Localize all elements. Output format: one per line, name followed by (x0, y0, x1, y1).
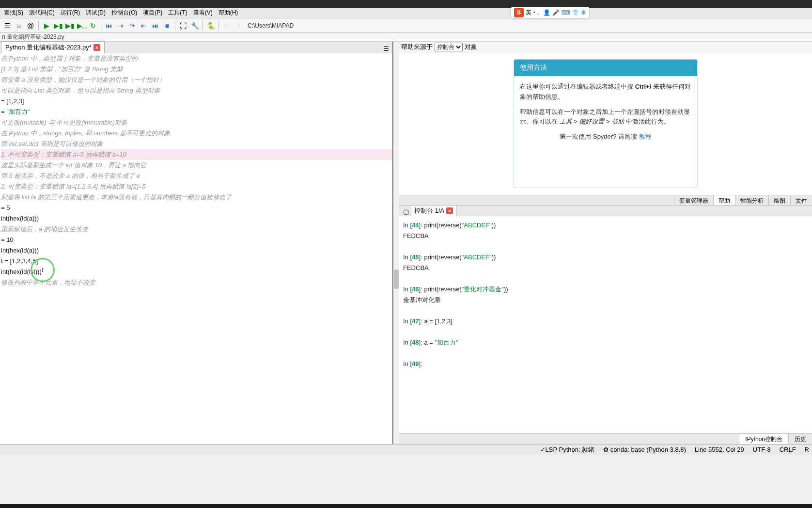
menu-bar: 查找(S) 源代码(C) 运行(R) 调试(D) 控制台(O) 项目(P) 工具… (0, 8, 812, 18)
debug-over-icon[interactable]: ↷ (127, 20, 138, 31)
debug-into-icon[interactable]: ⇥ (115, 20, 126, 31)
toolbar-at-icon[interactable]: @ (25, 20, 36, 31)
run-selection-icon[interactable]: ▶⎵ (76, 20, 87, 31)
editor-pane: Python 量化编程基础-2023.py* ✕ ☰ I 在 Python 中，… (0, 42, 392, 444)
help-text-2: 帮助信息可以在一个对象之后加上一个左圆括号的时候自动显示。你可以在 工具 > 偏… (520, 107, 691, 127)
menu-run[interactable]: 运行(R) (58, 8, 83, 18)
status-lsp: ✓LSP Python: 就绪 (540, 445, 595, 454)
tab-profiler[interactable]: 性能分析 (735, 195, 768, 205)
tab-help[interactable]: 帮助 (713, 195, 735, 205)
status-bar: ✓LSP Python: 就绪 ✿ conda: base (Python 3.… (0, 444, 812, 455)
status-rw: R (805, 446, 809, 453)
taskbar[interactable] (0, 504, 812, 508)
debug-step-icon[interactable]: ⏮ (104, 20, 114, 31)
python-icon[interactable]: 🐍 (205, 20, 216, 31)
right-pane: 帮助来源于 控制台 对象 使用方法 在这里你可以通过在编辑器或者终端中按 Ctr… (399, 42, 812, 444)
help-tutorial-link[interactable]: 第一次使用 Spyder? 请阅读 教程 (520, 132, 691, 142)
help-body: 使用方法 在这里你可以通过在编辑器或者终端中按 Ctrl+I 来获得任何对象的帮… (399, 52, 812, 195)
help-object-label: 对象 (465, 43, 477, 51)
help-source-select[interactable]: 控制台 (435, 43, 463, 51)
ime-tool-icon[interactable]: ⚙ (581, 9, 586, 16)
status-conda: ✿ conda: base (Python 3.8.8) (603, 446, 686, 453)
console-tab-label: 控制台 1/A (414, 206, 444, 215)
tab-history[interactable]: 历史 (788, 434, 812, 444)
debug-continue-icon[interactable]: ⏭ (150, 20, 161, 31)
status-line-col: Line 5552, Col 29 (695, 446, 744, 453)
help-card-title: 使用方法 (514, 60, 697, 76)
close-icon[interactable]: ✕ (94, 44, 100, 51)
menu-source[interactable]: 源代码(C) (26, 8, 58, 18)
tab-options-icon[interactable]: ☰ (380, 44, 392, 53)
ime-logo-icon: S (514, 8, 524, 17)
toolbar-file-icon[interactable]: ☰ (2, 20, 13, 31)
menu-project[interactable]: 项目(P) (140, 8, 165, 18)
title-bar (0, 0, 812, 8)
debug-out-icon[interactable]: ⇤ (139, 20, 149, 31)
status-encoding: UTF-8 (753, 446, 771, 453)
toolbar: ☰ ≣ @ ▶ ▶▮ ▶▮ ▶⎵ ↻ ⏮ ⇥ ↷ ⇤ ⏭ ■ ⛶ 🔧 🐍 ← →… (0, 18, 812, 33)
menu-console[interactable]: 控制台(O) (109, 8, 140, 18)
help-text-1: 在这里你可以通过在编辑器或者终端中按 Ctrl+I 来获得任何对象的帮助信息。 (520, 82, 691, 102)
debug-stop-icon[interactable]: ■ (162, 20, 172, 31)
help-header: 帮助来源于 控制台 对象 (399, 42, 812, 52)
console-tabbar: ▢ 控制台 1/A ✕ (399, 206, 812, 216)
rerun-icon[interactable]: ↻ (88, 20, 98, 31)
ipython-console[interactable]: In [44]: print(reverse("ABCDEF"))FEDCBA … (399, 216, 812, 433)
tab-ipython[interactable]: IPython控制台 (739, 434, 788, 444)
working-dir-path: C:\Users\MIAPAD (248, 22, 294, 29)
ime-person-icon[interactable]: 👤 (543, 9, 550, 16)
help-tabs: 变量管理器 帮助 性能分析 绘图 文件 (399, 195, 812, 206)
help-source-label: 帮助来源于 (401, 43, 433, 51)
editor-tabbar: Python 量化编程基础-2023.py* ✕ ☰ (0, 42, 392, 53)
back-icon[interactable]: ← (221, 20, 232, 31)
editor-tab[interactable]: Python 量化编程基础-2023.py* ✕ (1, 41, 105, 53)
console-tab[interactable]: 控制台 1/A ✕ (411, 205, 456, 216)
menu-view[interactable]: 查看(V) (190, 8, 216, 18)
ime-icon[interactable]: •， (533, 9, 541, 17)
menu-help[interactable]: 帮助(H) (216, 8, 241, 18)
code-editor[interactable]: I 在 Python 中，类型属于对象，变量是没有类型的[1,2,3] 是 Li… (0, 53, 392, 444)
scroll-thumb[interactable] (394, 270, 399, 289)
ime-keyboard-icon[interactable]: ⌨ (562, 9, 570, 16)
run-cell-icon[interactable]: ▶▮ (53, 20, 63, 31)
tab-files[interactable]: 文件 (790, 195, 812, 205)
ime-toolbar[interactable]: S 英 •， 👤 🎤 ⌨ 👕 ⚙ (511, 7, 589, 18)
cursor-highlight: I (31, 258, 55, 282)
menu-find[interactable]: 查找(S) (1, 8, 26, 18)
editor-scrollbar[interactable] (393, 42, 399, 444)
tab-plot[interactable]: 绘图 (768, 195, 790, 205)
breadcrumb: n 量化编程基础-2023.py (0, 33, 812, 42)
run-cell-advance-icon[interactable]: ▶▮ (64, 20, 75, 31)
settings-icon[interactable]: 🔧 (189, 20, 200, 31)
ime-lang[interactable]: 英 (526, 9, 531, 17)
maximize-icon[interactable]: ⛶ (178, 20, 188, 31)
console-bottom-tabs: IPython控制台 历史 (399, 433, 812, 444)
menu-tools[interactable]: 工具(T) (165, 8, 190, 18)
toolbar-outline-icon[interactable]: ≣ (14, 20, 24, 31)
help-card: 使用方法 在这里你可以通过在编辑器或者终端中按 Ctrl+I 来获得任何对象的帮… (514, 59, 698, 188)
forward-icon[interactable]: → (233, 20, 244, 31)
run-icon[interactable]: ▶ (41, 20, 52, 31)
ime-skin-icon[interactable]: 👕 (572, 9, 579, 16)
tab-variables[interactable]: 变量管理器 (674, 195, 713, 205)
menu-debug[interactable]: 调试(D) (83, 8, 109, 18)
close-icon[interactable]: ✕ (446, 207, 453, 214)
console-toggle-icon[interactable]: ▢ (401, 207, 411, 216)
ime-mic-icon[interactable]: 🎤 (552, 9, 560, 16)
status-eol: CRLF (780, 446, 796, 453)
tab-label: Python 量化编程基础-2023.py* (5, 43, 92, 52)
